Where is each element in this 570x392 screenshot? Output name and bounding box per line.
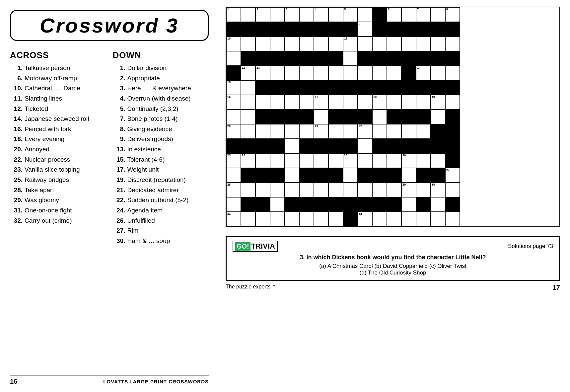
grid-cell[interactable] xyxy=(255,183,270,197)
grid-cell[interactable] xyxy=(285,212,299,226)
grid-cell[interactable] xyxy=(285,197,299,212)
grid-cell[interactable] xyxy=(255,139,270,153)
grid-cell[interactable] xyxy=(372,168,387,183)
grid-cell[interactable] xyxy=(270,153,285,168)
grid-cell[interactable] xyxy=(241,37,255,51)
grid-cell[interactable] xyxy=(343,139,358,153)
grid-cell[interactable] xyxy=(241,212,255,226)
grid-cell[interactable] xyxy=(358,7,372,22)
grid-cell[interactable]: 14 xyxy=(416,66,431,80)
grid-cell[interactable] xyxy=(255,124,270,139)
grid-cell[interactable] xyxy=(328,139,343,153)
grid-cell[interactable]: 24 xyxy=(241,153,255,168)
grid-cell[interactable] xyxy=(387,212,401,226)
grid-cell[interactable] xyxy=(270,168,285,183)
grid-cell[interactable] xyxy=(358,66,372,80)
grid-cell[interactable] xyxy=(241,22,255,37)
grid-cell[interactable]: 7 xyxy=(416,7,431,22)
grid-cell[interactable] xyxy=(445,22,460,37)
grid-cell[interactable] xyxy=(387,110,401,124)
grid-cell[interactable]: 5 xyxy=(343,7,358,22)
grid-cell[interactable] xyxy=(416,124,431,139)
grid-cell[interactable] xyxy=(358,153,372,168)
grid-cell[interactable] xyxy=(445,183,460,197)
grid-cell[interactable] xyxy=(314,22,328,37)
grid-cell[interactable] xyxy=(285,66,299,80)
grid-cell[interactable] xyxy=(401,66,416,80)
grid-cell[interactable] xyxy=(387,51,401,66)
grid-cell[interactable] xyxy=(255,51,270,66)
grid-cell[interactable] xyxy=(387,183,401,197)
grid-cell[interactable] xyxy=(226,66,241,80)
grid-cell[interactable] xyxy=(226,168,241,183)
grid-cell[interactable] xyxy=(372,139,387,153)
grid-cell[interactable] xyxy=(328,197,343,212)
grid-cell[interactable] xyxy=(328,183,343,197)
grid-cell[interactable] xyxy=(445,66,460,80)
grid-cell[interactable]: 4 xyxy=(314,7,328,22)
grid-cell[interactable] xyxy=(285,139,299,153)
grid-cell[interactable] xyxy=(387,37,401,51)
grid-cell[interactable] xyxy=(358,110,372,124)
grid-cell[interactable] xyxy=(343,66,358,80)
grid-cell[interactable] xyxy=(387,80,401,95)
grid-cell[interactable] xyxy=(343,212,358,226)
grid-cell[interactable] xyxy=(285,22,299,37)
grid-cell[interactable] xyxy=(328,153,343,168)
grid-cell[interactable] xyxy=(328,80,343,95)
grid-cell[interactable] xyxy=(445,139,460,153)
grid-cell[interactable] xyxy=(255,212,270,226)
grid-cell[interactable] xyxy=(241,110,255,124)
grid-cell[interactable] xyxy=(255,95,270,110)
grid-cell[interactable] xyxy=(358,168,372,183)
grid-cell[interactable] xyxy=(314,168,328,183)
grid-cell[interactable] xyxy=(343,124,358,139)
grid-cell[interactable] xyxy=(416,51,431,66)
grid-cell[interactable] xyxy=(314,80,328,95)
grid-cell[interactable] xyxy=(226,51,241,66)
grid-cell[interactable] xyxy=(328,95,343,110)
grid-cell[interactable] xyxy=(358,183,372,197)
grid-cell[interactable] xyxy=(343,22,358,37)
grid-cell[interactable] xyxy=(285,153,299,168)
grid-cell[interactable] xyxy=(343,95,358,110)
grid-cell[interactable] xyxy=(343,110,358,124)
grid-cell[interactable] xyxy=(226,139,241,153)
grid-cell[interactable] xyxy=(255,110,270,124)
grid-cell[interactable] xyxy=(314,51,328,66)
grid-cell[interactable] xyxy=(270,51,285,66)
grid-cell[interactable] xyxy=(226,22,241,37)
grid-cell[interactable] xyxy=(387,153,401,168)
grid-cell[interactable] xyxy=(372,37,387,51)
grid-cell[interactable] xyxy=(299,66,314,80)
grid-cell[interactable] xyxy=(343,51,358,66)
grid-cell[interactable] xyxy=(299,51,314,66)
grid-cell[interactable] xyxy=(372,80,387,95)
grid-cell[interactable] xyxy=(416,22,431,37)
grid-cell[interactable] xyxy=(226,197,241,212)
grid-cell[interactable] xyxy=(241,80,255,95)
grid-cell[interactable] xyxy=(270,139,285,153)
grid-cell[interactable] xyxy=(358,95,372,110)
grid-cell[interactable]: 20 xyxy=(226,124,241,139)
grid-cell[interactable] xyxy=(372,51,387,66)
grid-cell[interactable] xyxy=(358,37,372,51)
grid-cell[interactable] xyxy=(387,139,401,153)
grid-cell[interactable]: 25 xyxy=(343,153,358,168)
grid-cell[interactable]: 2 xyxy=(255,7,270,22)
grid-cell[interactable] xyxy=(401,80,416,95)
grid-cell[interactable] xyxy=(431,124,445,139)
grid-cell[interactable] xyxy=(372,183,387,197)
grid-cell[interactable] xyxy=(255,80,270,95)
grid-cell[interactable] xyxy=(401,51,416,66)
grid-cell[interactable] xyxy=(241,51,255,66)
grid-cell[interactable] xyxy=(299,22,314,37)
grid-cell[interactable] xyxy=(431,7,445,22)
grid-cell[interactable] xyxy=(372,212,387,226)
grid-cell[interactable] xyxy=(358,80,372,95)
grid-cell[interactable] xyxy=(299,37,314,51)
grid-cell[interactable] xyxy=(445,37,460,51)
grid-cell[interactable] xyxy=(343,197,358,212)
grid-cell[interactable] xyxy=(431,66,445,80)
grid-cell[interactable] xyxy=(241,124,255,139)
